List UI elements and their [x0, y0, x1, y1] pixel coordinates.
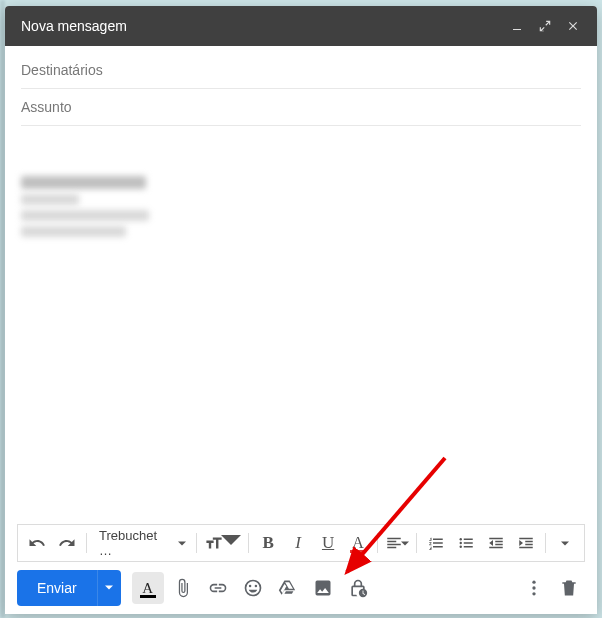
close-icon [566, 19, 580, 33]
chevron-down-icon [105, 584, 113, 592]
minimize-button[interactable] [507, 16, 527, 36]
toggle-formatting-button[interactable]: A [132, 572, 164, 604]
signature-block [21, 176, 581, 237]
text-format-icon: A [142, 580, 153, 597]
undo-button[interactable] [22, 528, 52, 558]
discard-draft-button[interactable] [553, 572, 585, 604]
indent-more-button[interactable] [511, 528, 541, 558]
bullet-list-button[interactable] [451, 528, 481, 558]
bold-icon: B [262, 533, 273, 553]
compose-window: Nova mensagem [5, 6, 597, 614]
italic-icon: I [295, 533, 301, 553]
emoji-icon [243, 578, 263, 598]
send-button-group: Enviar [17, 570, 121, 606]
underline-button[interactable]: U [313, 528, 343, 558]
indent-increase-icon [517, 534, 535, 552]
font-family-select[interactable]: Trebuchet … [91, 528, 192, 558]
attach-file-button[interactable] [167, 572, 199, 604]
separator [545, 533, 546, 553]
redo-button[interactable] [52, 528, 82, 558]
bullet-list-icon [457, 534, 475, 552]
underline-icon: U [322, 533, 334, 553]
send-button[interactable]: Enviar [17, 570, 97, 606]
font-size-select[interactable] [201, 528, 244, 558]
link-icon [208, 578, 228, 598]
svg-point-4 [532, 581, 535, 584]
bottom-toolbar: Enviar A [5, 562, 597, 614]
paperclip-icon [173, 578, 193, 598]
numbered-list-icon [427, 534, 445, 552]
bold-button[interactable]: B [253, 528, 283, 558]
insert-emoji-button[interactable] [237, 572, 269, 604]
header-fields [5, 46, 597, 126]
insert-drive-button[interactable] [272, 572, 304, 604]
chevron-down-icon [221, 531, 241, 555]
text-color-button[interactable]: A [343, 528, 373, 558]
confidential-mode-button[interactable] [342, 572, 374, 604]
more-formatting-button[interactable] [550, 528, 580, 558]
formatting-toolbar: Trebuchet … B I U A [17, 524, 585, 562]
signature-line [21, 226, 126, 237]
indent-decrease-icon [487, 534, 505, 552]
lock-clock-icon [348, 578, 368, 598]
chevron-down-icon [178, 536, 186, 551]
separator [416, 533, 417, 553]
chevron-down-icon [561, 534, 569, 552]
signature-line [21, 194, 79, 205]
fullscreen-button[interactable] [535, 16, 555, 36]
send-options-button[interactable] [97, 570, 121, 606]
compose-header: Nova mensagem [5, 6, 597, 46]
message-body[interactable] [5, 126, 597, 524]
subject-input[interactable] [21, 99, 581, 115]
svg-point-5 [532, 586, 535, 589]
svg-point-1 [460, 538, 462, 540]
more-vert-icon [524, 578, 544, 598]
chevron-down-icon [401, 534, 409, 552]
italic-button[interactable]: I [283, 528, 313, 558]
insert-photo-button[interactable] [307, 572, 339, 604]
color-bar [350, 550, 366, 553]
undo-icon [28, 534, 46, 552]
recipients-row[interactable] [21, 52, 581, 89]
separator [196, 533, 197, 553]
header-controls [507, 16, 583, 36]
separator [86, 533, 87, 553]
svg-point-3 [460, 546, 462, 548]
close-button[interactable] [563, 16, 583, 36]
separator [248, 533, 249, 553]
signature-line [21, 210, 149, 221]
numbered-list-button[interactable] [421, 528, 451, 558]
minimize-icon [511, 20, 523, 32]
drive-icon [278, 578, 298, 598]
image-icon [313, 578, 333, 598]
signature-line [21, 176, 146, 189]
compose-title: Nova mensagem [21, 18, 507, 34]
more-options-button[interactable] [518, 572, 550, 604]
svg-point-2 [460, 542, 462, 544]
indent-less-button[interactable] [481, 528, 511, 558]
svg-point-6 [532, 592, 535, 595]
separator [377, 533, 378, 553]
trash-icon [559, 578, 579, 598]
expand-icon [538, 19, 552, 33]
subject-row[interactable] [21, 89, 581, 126]
recipients-input[interactable] [21, 62, 581, 78]
font-family-label: Trebuchet … [99, 528, 172, 558]
svg-rect-0 [513, 29, 521, 30]
insert-link-button[interactable] [202, 572, 234, 604]
redo-icon [58, 534, 76, 552]
align-select[interactable] [382, 528, 412, 558]
